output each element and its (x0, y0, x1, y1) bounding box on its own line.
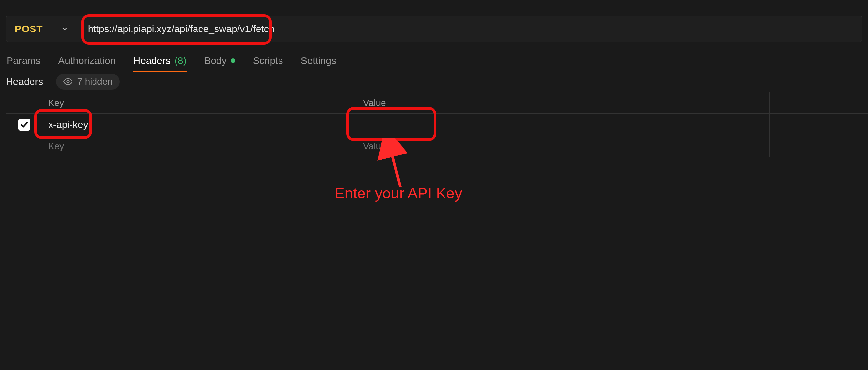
hidden-headers-toggle[interactable]: 7 hidden (56, 74, 119, 90)
row-check-cell (6, 114, 42, 135)
tab-headers-label: Headers (133, 55, 170, 66)
row-value-cell[interactable] (357, 114, 770, 135)
tab-headers-count: (8) (175, 55, 187, 66)
table-placeholder-row[interactable] (6, 135, 868, 157)
tab-body[interactable]: Body (204, 52, 236, 72)
http-method-label: POST (15, 23, 43, 34)
tab-settings[interactable]: Settings (300, 52, 337, 72)
tab-params[interactable]: Params (6, 52, 41, 72)
table-header-row: Key Value (6, 92, 868, 114)
http-method-select[interactable]: POST (6, 16, 81, 42)
request-tabs: Params Authorization Headers (8) Body Sc… (6, 52, 337, 72)
tab-authorization-label: Authorization (58, 55, 116, 66)
row-key-input[interactable] (48, 114, 351, 135)
table-header-extra (770, 92, 868, 114)
request-url-input[interactable] (81, 16, 862, 42)
table-header-check (6, 92, 42, 114)
table-header-value: Value (357, 92, 770, 114)
placeholder-value-cell[interactable] (357, 135, 770, 157)
placeholder-extra-cell (770, 135, 868, 157)
tab-scripts[interactable]: Scripts (252, 52, 284, 72)
row-extra-cell (770, 114, 868, 135)
dot-icon (230, 58, 235, 63)
tab-authorization[interactable]: Authorization (57, 52, 116, 72)
row-checkbox[interactable] (19, 119, 30, 130)
hidden-headers-label: 7 hidden (77, 76, 112, 87)
placeholder-key-input[interactable] (48, 135, 351, 157)
tab-body-label: Body (205, 55, 227, 66)
table-header-key: Key (42, 92, 357, 114)
headers-table: Key Value (6, 92, 868, 157)
tab-settings-label: Settings (301, 55, 336, 66)
section-title: Headers (6, 76, 43, 87)
tab-params-label: Params (6, 55, 40, 66)
table-row (6, 114, 868, 135)
tab-scripts-label: Scripts (253, 55, 283, 66)
eye-icon (63, 77, 72, 86)
placeholder-check-cell (6, 135, 42, 157)
placeholder-key-cell[interactable] (42, 135, 357, 157)
tab-headers[interactable]: Headers (8) (132, 52, 187, 72)
headers-section-row: Headers 7 hidden (6, 74, 120, 90)
row-value-input[interactable] (363, 114, 763, 135)
row-key-cell[interactable] (42, 114, 357, 135)
placeholder-value-input[interactable] (363, 135, 763, 157)
svg-point-0 (67, 81, 69, 83)
annotation-text: Enter your API Key (335, 184, 462, 202)
chevron-down-icon (61, 25, 68, 32)
request-bar: POST (6, 16, 862, 42)
